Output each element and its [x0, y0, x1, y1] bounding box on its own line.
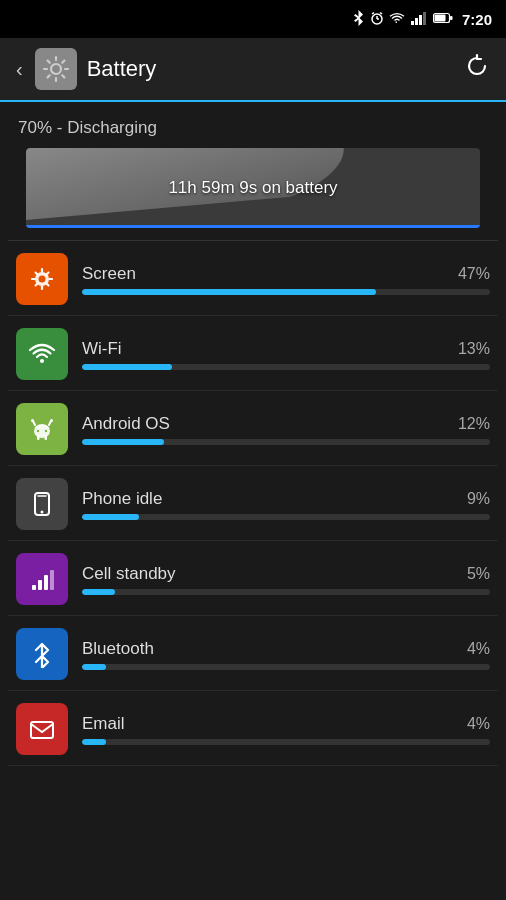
item-name-1: Wi-Fi — [82, 339, 122, 359]
item-percent-2: 12% — [458, 415, 490, 433]
svg-point-28 — [31, 419, 34, 422]
cell-icon — [16, 553, 68, 605]
item-bar-bg-0 — [82, 289, 490, 295]
battery-list-item[interactable]: Bluetooth 4% — [8, 616, 498, 691]
item-name-5: Bluetooth — [82, 639, 154, 659]
item-percent-6: 4% — [467, 715, 490, 733]
item-bar-fill-1 — [82, 364, 172, 370]
item-content-1: Wi-Fi 13% — [82, 339, 490, 370]
svg-line-20 — [47, 284, 49, 286]
item-name-0: Screen — [82, 264, 136, 284]
svg-line-21 — [36, 284, 38, 286]
svg-rect-6 — [415, 18, 418, 25]
svg-rect-37 — [38, 580, 42, 590]
battery-list-item[interactable]: Android OS 12% — [8, 391, 498, 466]
battery-list-item[interactable]: Phone idle 9% — [8, 466, 498, 541]
svg-line-22 — [47, 273, 49, 275]
refresh-button[interactable] — [464, 53, 490, 85]
status-icons: 7:20 — [352, 10, 492, 29]
item-percent-1: 13% — [458, 340, 490, 358]
item-header-0: Screen 47% — [82, 264, 490, 284]
alarm-status-icon — [370, 11, 384, 28]
battery-list-item[interactable]: Email 4% — [8, 691, 498, 766]
battery-graph-bottom-bar — [26, 225, 480, 228]
svg-point-23 — [40, 359, 44, 363]
svg-point-14 — [39, 276, 46, 283]
wifi-status-icon — [389, 12, 405, 27]
item-bar-fill-0 — [82, 289, 376, 295]
item-content-4: Cell standby 5% — [82, 564, 490, 595]
item-content-0: Screen 47% — [82, 264, 490, 295]
svg-line-4 — [380, 12, 382, 14]
item-name-6: Email — [82, 714, 125, 734]
svg-rect-8 — [423, 12, 426, 25]
svg-rect-7 — [419, 15, 422, 25]
status-time: 7:20 — [462, 11, 492, 28]
item-content-5: Bluetooth 4% — [82, 639, 490, 670]
item-name-4: Cell standby — [82, 564, 176, 584]
email-icon — [16, 703, 68, 755]
svg-point-26 — [45, 430, 47, 432]
status-bar: 7:20 — [0, 0, 506, 38]
item-bar-fill-2 — [82, 439, 164, 445]
item-bar-bg-3 — [82, 514, 490, 520]
item-header-4: Cell standby 5% — [82, 564, 490, 584]
svg-line-19 — [36, 273, 38, 275]
svg-rect-31 — [37, 435, 40, 440]
android-icon — [16, 403, 68, 455]
battery-list-item[interactable]: Screen 47% — [8, 241, 498, 316]
battery-items-list: Screen 47% Wi-Fi 13% — [0, 241, 506, 766]
svg-line-3 — [372, 12, 374, 14]
item-bar-bg-6 — [82, 739, 490, 745]
bluetooth-icon — [16, 628, 68, 680]
svg-rect-40 — [31, 722, 53, 738]
item-bar-fill-3 — [82, 514, 139, 520]
back-button[interactable]: ‹ — [16, 58, 23, 81]
item-bar-bg-1 — [82, 364, 490, 370]
app-bar: ‹ Battery — [0, 38, 506, 102]
svg-rect-36 — [32, 585, 36, 590]
battery-status-icon — [433, 12, 453, 27]
wifi-icon — [16, 328, 68, 380]
signal-status-icon — [410, 11, 428, 28]
item-content-2: Android OS 12% — [82, 414, 490, 445]
battery-status-section: 70% - Discharging 11h 59m 9s on battery — [0, 102, 506, 240]
svg-point-25 — [37, 430, 39, 432]
battery-graph-label: 11h 59m 9s on battery — [168, 178, 337, 198]
item-content-6: Email 4% — [82, 714, 490, 745]
item-header-3: Phone idle 9% — [82, 489, 490, 509]
battery-list-item[interactable]: Wi-Fi 13% — [8, 316, 498, 391]
item-bar-fill-6 — [82, 739, 106, 745]
item-header-6: Email 4% — [82, 714, 490, 734]
svg-point-30 — [50, 419, 53, 422]
screen-icon — [16, 253, 68, 305]
phone-icon — [16, 478, 68, 530]
app-bar-title: Battery — [87, 56, 157, 82]
svg-point-34 — [41, 511, 44, 514]
item-bar-bg-2 — [82, 439, 490, 445]
battery-percentage-text: 70% - Discharging — [18, 118, 488, 138]
svg-rect-38 — [44, 575, 48, 590]
item-percent-0: 47% — [458, 265, 490, 283]
item-content-3: Phone idle 9% — [82, 489, 490, 520]
item-percent-5: 4% — [467, 640, 490, 658]
battery-content: 70% - Discharging 11h 59m 9s on battery … — [0, 102, 506, 766]
item-percent-3: 9% — [467, 490, 490, 508]
item-header-1: Wi-Fi 13% — [82, 339, 490, 359]
item-bar-bg-5 — [82, 664, 490, 670]
item-header-2: Android OS 12% — [82, 414, 490, 434]
battery-list-item[interactable]: Cell standby 5% — [8, 541, 498, 616]
svg-rect-32 — [45, 435, 48, 440]
svg-rect-10 — [450, 16, 453, 20]
bluetooth-status-icon — [352, 10, 365, 29]
settings-icon — [35, 48, 77, 90]
svg-point-12 — [51, 64, 61, 74]
item-bar-fill-5 — [82, 664, 106, 670]
item-name-2: Android OS — [82, 414, 170, 434]
svg-rect-5 — [411, 21, 414, 25]
svg-rect-39 — [50, 570, 54, 590]
svg-rect-11 — [434, 14, 445, 21]
battery-graph: 11h 59m 9s on battery — [26, 148, 480, 228]
item-name-3: Phone idle — [82, 489, 162, 509]
item-bar-fill-4 — [82, 589, 115, 595]
